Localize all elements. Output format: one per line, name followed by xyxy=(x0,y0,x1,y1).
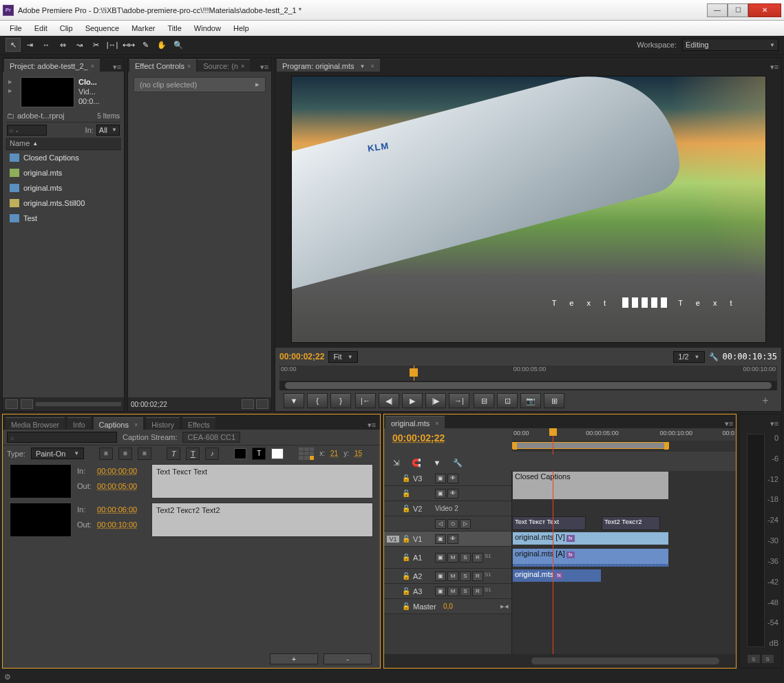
bg-color-swatch[interactable] xyxy=(234,448,246,459)
list-item[interactable]: original.mts.Still00 xyxy=(6,196,121,211)
workspace-select[interactable]: Editing▼ xyxy=(682,39,778,51)
align-right-icon[interactable]: ≡ xyxy=(138,448,151,460)
menu-clip[interactable]: Clip xyxy=(54,23,78,34)
step-forward-button[interactable]: |▶ xyxy=(425,393,446,408)
remove-caption-button[interactable]: - xyxy=(324,653,372,664)
tab-info[interactable]: Info xyxy=(67,417,91,430)
menu-window[interactable]: Window xyxy=(189,23,226,34)
caption-text-input[interactable]: Text Текст Text xyxy=(151,464,373,498)
clip-thumbnail[interactable] xyxy=(21,77,74,107)
timeline-tab[interactable]: original.mts× xyxy=(385,416,445,428)
tab-source[interactable]: Source: (n× xyxy=(198,59,250,72)
track-select-tool-icon[interactable]: ⇥ xyxy=(22,38,37,52)
play-button[interactable]: ▶ xyxy=(402,393,423,408)
mark-out-button[interactable]: } xyxy=(330,393,351,408)
zoom-out-icon[interactable] xyxy=(242,399,254,409)
hand-tool-icon[interactable]: ✋ xyxy=(154,38,169,52)
filter-select[interactable]: All▼ xyxy=(96,125,120,136)
menu-file[interactable]: File xyxy=(4,23,28,34)
target-icon[interactable]: ▣ xyxy=(435,474,446,483)
rate-stretch-tool-icon[interactable]: ↝ xyxy=(72,38,87,52)
export-frame-button[interactable]: 📷 xyxy=(520,393,541,408)
tab-effect-controls[interactable]: Effect Controls× xyxy=(129,59,196,72)
list-item[interactable]: original.mts xyxy=(6,165,121,180)
clip-video[interactable]: original.mts [V]fx xyxy=(512,532,669,545)
y-position[interactable]: 15 xyxy=(354,450,362,457)
eye-icon[interactable]: 👁 xyxy=(447,474,458,483)
tab-media-browser[interactable]: Media Browser xyxy=(6,417,65,430)
caption-text-input[interactable]: Text2 Текст2 Text2 xyxy=(151,503,373,537)
clip-caption-1[interactable]: Text Текст Text xyxy=(512,516,586,530)
clip-audio-2[interactable]: original.mtsfx xyxy=(512,569,602,582)
timeline-ruler[interactable]: 00:00 00:00:05:00 00:00:10:00 00:0 xyxy=(512,428,736,441)
settings-icon[interactable]: 🔧 xyxy=(450,456,465,470)
extract-button[interactable]: ⊡ xyxy=(497,393,518,408)
timecode-display[interactable]: 00:00:02;22 xyxy=(131,401,167,408)
panel-menu-icon[interactable]: ▾≡ xyxy=(769,63,780,72)
snap-icon[interactable]: 🧲 xyxy=(409,456,424,470)
ripple-tool-icon[interactable]: ↔ xyxy=(39,38,54,52)
solo-right-button[interactable]: S xyxy=(761,654,775,664)
caption-out-time[interactable]: 00:00:10:00 xyxy=(97,521,137,529)
align-center-icon[interactable]: ≡ xyxy=(118,448,132,460)
minimize-button[interactable]: — xyxy=(707,3,728,17)
solo-left-button[interactable]: S xyxy=(747,654,761,664)
timeline-timecode[interactable]: 00:00:02;22 xyxy=(384,428,512,454)
lock-icon[interactable]: 🔓 xyxy=(402,505,410,512)
menu-help[interactable]: Help xyxy=(228,23,255,34)
icon-view-icon[interactable] xyxy=(21,399,33,409)
project-tab[interactable]: Project: adobe-testt_2_× xyxy=(4,59,100,72)
caption-stream-select[interactable]: CEA-608 CC1 xyxy=(182,432,240,443)
zoom-tool-icon[interactable]: 🔍 xyxy=(171,38,186,52)
pen-tool-icon[interactable]: ✎ xyxy=(138,38,153,52)
tab-history[interactable]: History xyxy=(146,417,180,430)
safe-margins-button[interactable]: ⊞ xyxy=(544,393,564,408)
panel-menu-icon[interactable]: ▾≡ xyxy=(112,63,123,72)
lift-button[interactable]: ⊟ xyxy=(474,393,494,408)
slide-tool-icon[interactable]: ↤↦ xyxy=(121,38,136,52)
video-preview[interactable]: KLM T e x t T e x t xyxy=(291,76,766,343)
resolution-select[interactable]: 1/2▼ xyxy=(673,351,704,363)
caption-item[interactable]: In: 00:00:06:00 Out: 00:00:10:00 Text2 Т… xyxy=(10,503,373,537)
italic-icon[interactable]: T xyxy=(167,448,180,460)
clip-caption-2[interactable]: Text2 Текст2 xyxy=(602,516,660,530)
zoom-in-icon[interactable] xyxy=(256,399,268,409)
panel-menu-icon[interactable]: ▾≡ xyxy=(723,419,734,428)
menu-title[interactable]: Title xyxy=(162,23,187,34)
slip-tool-icon[interactable]: |↔| xyxy=(105,38,120,52)
timeline-tracks[interactable]: Closed Captions Text Текст Text Text2 Те… xyxy=(512,471,736,654)
add-caption-button[interactable]: + xyxy=(270,653,318,664)
maximize-button[interactable]: ☐ xyxy=(728,3,748,17)
status-icon[interactable]: ⚙ xyxy=(4,673,11,682)
selection-tool-icon[interactable]: ↖ xyxy=(6,38,21,52)
mark-in-button[interactable]: { xyxy=(307,393,328,408)
play-icon[interactable]: ▸▸ xyxy=(8,77,17,107)
list-item[interactable]: original.mts xyxy=(6,180,121,196)
caption-out-time[interactable]: 00:00:05:00 xyxy=(97,482,137,490)
razor-tool-icon[interactable]: ✂ xyxy=(88,38,103,52)
list-view-icon[interactable] xyxy=(6,399,18,409)
caption-in-time[interactable]: 00:00:06:00 xyxy=(97,505,137,514)
current-time[interactable]: 00:00:02;22 xyxy=(279,352,324,361)
lock-icon[interactable]: 🔓 xyxy=(402,474,410,482)
close-button[interactable]: ✕ xyxy=(748,3,781,17)
mute-button[interactable]: M xyxy=(447,553,458,563)
music-note-icon[interactable]: ♪ xyxy=(205,448,219,460)
work-area-bar[interactable] xyxy=(512,441,736,452)
panel-menu-icon[interactable]: ▾≡ xyxy=(366,421,377,430)
caption-type-select[interactable]: Paint-On▼ xyxy=(31,448,84,459)
tab-captions[interactable]: Captions× xyxy=(94,417,144,430)
clip-audio-1[interactable]: original.mts [A]fx xyxy=(512,548,669,567)
step-back-button[interactable]: ◀| xyxy=(379,393,399,408)
nest-icon[interactable]: ⇲ xyxy=(388,456,403,470)
prev-keyframe-icon[interactable]: ◁ xyxy=(435,519,446,529)
go-to-in-button[interactable]: |← xyxy=(355,393,376,408)
search-input[interactable]: ⌕ ▾ xyxy=(7,125,47,136)
tab-effects[interactable]: Effects xyxy=(182,417,215,430)
next-keyframe-icon[interactable]: ▷ xyxy=(460,519,471,529)
settings-icon[interactable]: 🔧 xyxy=(709,353,719,361)
column-header-name[interactable]: Name▲ xyxy=(6,138,121,150)
folder-icon[interactable]: 🗀 xyxy=(7,112,14,120)
menu-marker[interactable]: Marker xyxy=(126,23,160,34)
marker-icon[interactable]: ▼ xyxy=(430,456,445,470)
